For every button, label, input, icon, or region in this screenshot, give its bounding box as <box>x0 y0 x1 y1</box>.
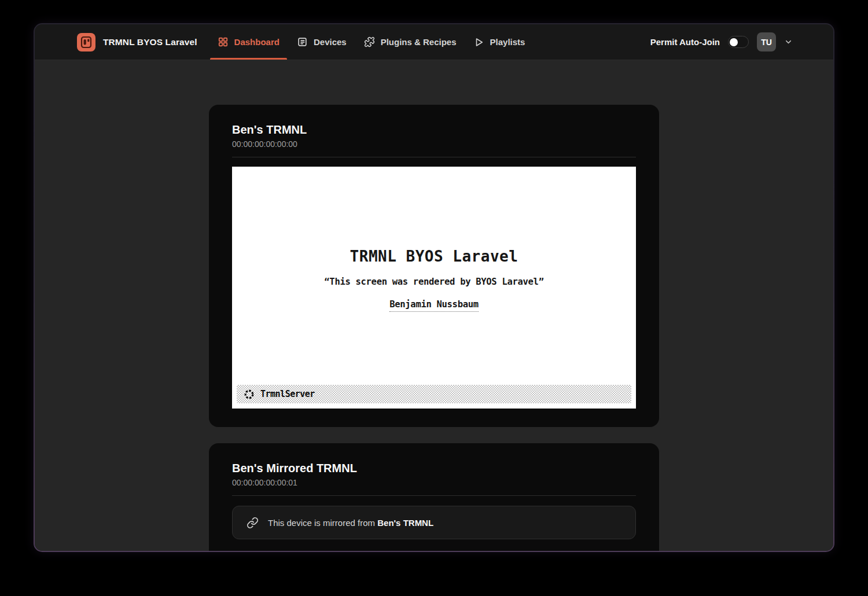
screen-quote: “This screen was rendered by BYOS Larave… <box>232 277 636 287</box>
chevron-down-icon <box>784 38 793 46</box>
mirror-message-prefix: This device is mirrored from <box>268 518 377 528</box>
device-card-bens-trmnl: Ben's TRMNL 00:00:00:00:00:00 TRMNL BYOS… <box>209 105 659 427</box>
nav-right: Permit Auto-Join TU <box>650 24 793 60</box>
nav-tabs: Dashboard Devices Plugin <box>209 24 534 60</box>
device-name: Ben's TRMNL <box>232 122 636 137</box>
active-tab-underline <box>210 58 287 60</box>
devices-icon <box>297 36 308 47</box>
tab-dashboard-label: Dashboard <box>234 37 279 47</box>
device-name: Ben's Mirrored TRMNL <box>232 461 636 476</box>
screen-heading: TRMNL BYOS Laravel <box>232 248 636 265</box>
link-icon <box>247 517 259 529</box>
tab-plugins-recipes-label: Plugins & Recipes <box>381 37 457 47</box>
screen-author: Benjamin Nussbaum <box>389 299 479 312</box>
toggle-knob <box>730 38 738 46</box>
tab-playlists-label: Playlists <box>490 37 525 47</box>
spinner-icon <box>244 389 255 400</box>
screen-content: TRMNL BYOS Laravel “This screen was rend… <box>232 167 636 312</box>
mirror-source-device: Ben's TRMNL <box>377 518 433 528</box>
trmnl-logo-icon <box>77 33 95 51</box>
brand-title: TRMNL BYOS Laravel <box>103 37 197 47</box>
card-divider <box>232 495 636 496</box>
device-mac-address: 00:00:00:00:00:01 <box>232 477 636 488</box>
permit-auto-join-label: Permit Auto-Join <box>650 37 720 47</box>
puzzle-icon <box>364 36 375 47</box>
tab-devices[interactable]: Devices <box>289 24 354 60</box>
server-name-label: TrmnlServer <box>260 389 315 399</box>
tab-playlists[interactable]: Playlists <box>466 24 533 60</box>
top-nav: TRMNL BYOS Laravel Dashboard <box>35 24 833 60</box>
device-screen-preview: TRMNL BYOS Laravel “This screen was rend… <box>232 167 636 409</box>
play-icon <box>474 37 484 47</box>
tab-dashboard[interactable]: Dashboard <box>210 24 287 60</box>
permit-auto-join-toggle[interactable] <box>728 36 749 48</box>
card-divider <box>232 157 636 157</box>
app-window: TRMNL BYOS Laravel Dashboard <box>35 24 833 551</box>
mirror-message: This device is mirrored from Ben's TRMNL <box>268 518 433 528</box>
brand: TRMNL BYOS Laravel <box>77 24 197 60</box>
screen-status-bar: TrmnlServer <box>237 385 631 403</box>
mirror-info-panel: This device is mirrored from Ben's TRMNL <box>232 506 636 539</box>
user-avatar[interactable]: TU <box>757 32 776 51</box>
main-content: Ben's TRMNL 00:00:00:00:00:00 TRMNL BYOS… <box>35 60 833 551</box>
user-menu-chevron[interactable] <box>784 38 793 46</box>
device-mac-address: 00:00:00:00:00:00 <box>232 138 636 150</box>
app-window-frame: TRMNL BYOS Laravel Dashboard <box>34 23 834 552</box>
dashboard-grid-icon <box>218 36 229 47</box>
tab-plugins-recipes[interactable]: Plugins & Recipes <box>356 24 464 60</box>
tab-devices-label: Devices <box>314 37 347 47</box>
device-card-bens-mirrored-trmnl: Ben's Mirrored TRMNL 00:00:00:00:00:01 T… <box>209 443 659 551</box>
